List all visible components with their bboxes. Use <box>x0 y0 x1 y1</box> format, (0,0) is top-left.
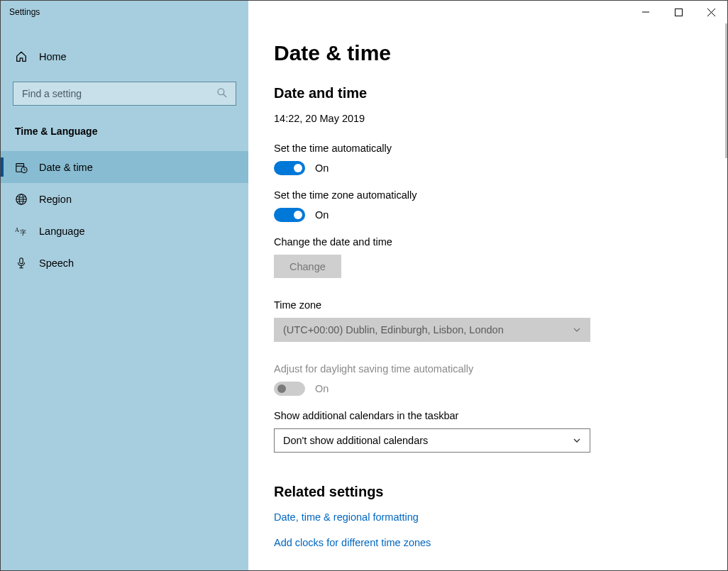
toggle-knob <box>294 164 302 172</box>
page-title: Date & time <box>274 41 727 65</box>
tz-select: (UTC+00:00) Dublin, Edinburgh, Lisbon, L… <box>274 318 590 342</box>
sidebar-item-label: Region <box>39 194 72 205</box>
svg-rect-1 <box>675 9 682 16</box>
dst-toggle-row: On <box>274 382 727 396</box>
sidebar-item-label: Date & time <box>39 162 93 173</box>
sidebar-item-language[interactable]: A 字 Language <box>1 215 248 247</box>
add-cal-label: Show additional calendars in the taskbar <box>274 410 727 421</box>
set-tz-auto-toggle[interactable] <box>274 208 305 222</box>
search-input[interactable] <box>21 87 217 100</box>
related-settings-heading: Related settings <box>274 484 727 500</box>
chevron-down-icon <box>573 326 581 334</box>
set-time-auto-toggle[interactable] <box>274 161 305 175</box>
sidebar-item-label: Language <box>39 226 85 237</box>
add-cal-value: Don't show additional calendars <box>283 435 428 446</box>
language-icon: A 字 <box>15 225 28 238</box>
set-tz-auto-label: Set the time zone automatically <box>274 189 727 201</box>
sidebar-home-label: Home <box>39 51 67 62</box>
dst-state: On <box>315 383 329 394</box>
chevron-down-icon <box>573 436 581 445</box>
dst-label: Adjust for daylight saving time automati… <box>274 363 727 375</box>
set-tz-auto-state: On <box>315 209 329 221</box>
minimize-button[interactable] <box>629 1 662 23</box>
sidebar-category-header: Time & Language <box>1 123 248 151</box>
set-time-auto-label: Set the time automatically <box>274 143 727 154</box>
main-content: Date & time Date and time 14:22, 20 May … <box>248 23 727 570</box>
tz-value: (UTC+00:00) Dublin, Edinburgh, Lisbon, L… <box>283 324 504 336</box>
toggle-knob <box>277 384 286 393</box>
sidebar: Home Time & Language <box>1 23 248 570</box>
settings-window: Settings <box>0 0 728 571</box>
section-heading: Date and time <box>274 85 727 101</box>
svg-point-4 <box>218 89 224 95</box>
titlebar: Settings <box>1 1 727 23</box>
window-controls <box>629 1 727 23</box>
maximize-button[interactable] <box>662 1 695 23</box>
change-button: Change <box>274 255 341 278</box>
home-icon <box>15 50 28 63</box>
window-title: Settings <box>9 7 40 17</box>
dst-toggle <box>274 382 305 396</box>
sidebar-item-date-time[interactable]: Date & time <box>1 151 248 183</box>
link-formatting[interactable]: Date, time & regional formatting <box>274 511 727 523</box>
svg-line-5 <box>224 94 226 97</box>
sidebar-item-region[interactable]: Region <box>1 183 248 215</box>
sidebar-search[interactable] <box>13 82 236 106</box>
close-icon <box>707 9 715 16</box>
toggle-knob <box>294 211 302 219</box>
content-wrap: Date & time Date and time 14:22, 20 May … <box>248 23 727 570</box>
date-time-icon <box>15 161 28 174</box>
svg-text:A: A <box>15 226 19 233</box>
tz-label: Time zone <box>274 299 727 311</box>
microphone-icon <box>15 257 28 270</box>
titlebar-fill <box>248 1 727 23</box>
search-icon <box>217 88 228 99</box>
change-dt-label: Change the date and time <box>274 236 727 248</box>
sidebar-home[interactable]: Home <box>1 45 248 69</box>
current-datetime: 14:22, 20 May 2019 <box>274 113 727 124</box>
maximize-icon <box>675 9 683 16</box>
titlebar-title-area: Settings <box>1 1 248 23</box>
minimize-icon <box>642 9 649 16</box>
close-button[interactable] <box>695 1 727 23</box>
set-tz-auto-toggle-row: On <box>274 208 727 222</box>
svg-rect-16 <box>20 257 23 263</box>
link-add-clocks[interactable]: Add clocks for different time zones <box>274 537 727 548</box>
set-time-auto-state: On <box>315 162 329 174</box>
add-cal-select[interactable]: Don't show additional calendars <box>274 428 590 453</box>
set-time-auto-toggle-row: On <box>274 161 727 175</box>
svg-text:字: 字 <box>20 228 26 235</box>
scrollbar-thumb[interactable] <box>725 23 727 158</box>
sidebar-item-speech[interactable]: Speech <box>1 247 248 279</box>
content-area: Home Time & Language <box>1 23 727 570</box>
sidebar-item-label: Speech <box>39 257 74 269</box>
globe-icon <box>15 193 28 206</box>
